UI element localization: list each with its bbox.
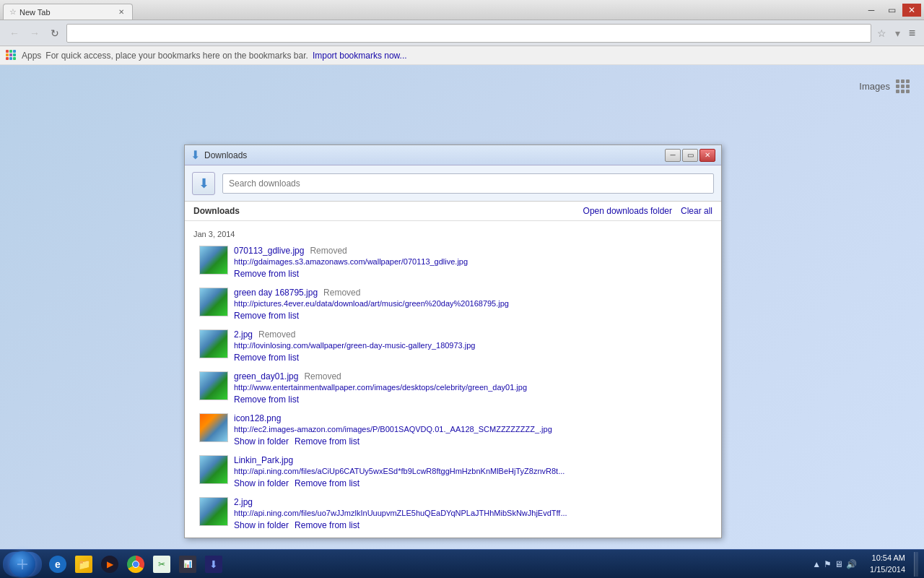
remove-from-list-link[interactable]: Remove from list — [234, 394, 299, 405]
taskbar-chrome[interactable] — [123, 552, 149, 577]
apps-dot — [6, 57, 9, 60]
grid-dot — [896, 79, 899, 83]
download-filename[interactable]: 2.jpg — [234, 329, 253, 340]
downloads-list-body[interactable]: Jan 3, 2014 070113_gdlive.jpg Removed ht… — [185, 221, 721, 538]
taskbar-right: ▲ ⚑ 🖥 🔊 10:54 AM 1/15/2014 — [808, 552, 921, 577]
download-info: green_day01.jpg Removed http://www.enter… — [234, 371, 712, 405]
remove-from-list-link[interactable]: Remove from list — [234, 269, 299, 279]
remove-from-list-link[interactable]: Remove from list — [234, 311, 299, 321]
download-filename[interactable]: green day 168795.jpg — [234, 288, 318, 298]
close-button[interactable]: ✕ — [902, 4, 921, 17]
download-name-row: green day 168795.jpg Removed — [234, 288, 712, 298]
navigation-bar: ← → ↻ ☆ ▾ ≡ — [0, 20, 924, 46]
dialog-title-bar: ⬇ Downloads ─ ▭ ✕ — [185, 145, 721, 165]
taskbar-media-player[interactable]: ▶ — [97, 552, 123, 577]
download-url[interactable]: http://gdaimages.s3.amazonaws.com/wallpa… — [234, 257, 638, 266]
grid-dot — [906, 79, 910, 83]
show-in-folder-link[interactable]: Show in folder — [234, 478, 289, 488]
remove-from-list-link[interactable]: Remove from list — [295, 478, 359, 488]
downloads-list-header: Downloads Open downloads folder Clear al… — [185, 202, 721, 221]
download-filename[interactable]: icon128.png — [234, 413, 281, 423]
taskbar-snipping-tool[interactable]: ✂ — [149, 552, 175, 577]
download-filename[interactable]: green_day01.jpg — [234, 371, 298, 381]
address-bar[interactable] — [66, 24, 871, 43]
clock-date: 1/15/2014 — [870, 564, 905, 575]
download-url[interactable]: http://www.entertainmentwallpaper.com/im… — [234, 383, 638, 392]
tray-flag-icon[interactable]: ⚑ — [824, 559, 832, 569]
system-clock[interactable]: 10:54 AM 1/15/2014 — [864, 553, 911, 575]
remove-from-list-link[interactable]: Remove from list — [234, 353, 299, 363]
tray-monitor-icon[interactable]: 🖥 — [834, 559, 843, 569]
system-tray: ▲ ⚑ 🖥 🔊 — [808, 552, 861, 577]
browser-tab[interactable]: ☆ New Tab ✕ — [3, 4, 133, 20]
download-filename[interactable]: 2.jpg — [234, 497, 253, 507]
snipping-icon: ✂ — [153, 556, 170, 573]
download-actions: Remove from list — [234, 269, 712, 279]
download-actions: Remove from list — [234, 353, 712, 363]
reload-button[interactable]: ↻ — [46, 25, 64, 42]
download-url[interactable]: http://api.ning.com/files/uo7wJJmzlkInUu… — [234, 509, 638, 517]
download-url[interactable]: http://lovinlosing.com/wallpaper/green-d… — [234, 341, 638, 350]
taskbar-explorer[interactable]: 📁 — [71, 552, 97, 577]
tray-arrow-icon[interactable]: ▲ — [812, 559, 821, 569]
download-thumbnail — [199, 497, 228, 526]
dialog-close-button[interactable]: ✕ — [699, 149, 715, 162]
remove-from-list-link[interactable]: Remove from list — [295, 436, 359, 447]
maximize-button[interactable]: ▭ — [882, 4, 901, 17]
start-button[interactable] — [3, 552, 42, 577]
download-info: 070113_gdlive.jpg Removed http://gdaimag… — [234, 246, 712, 279]
clear-all-link[interactable]: Clear all — [681, 206, 712, 216]
minimize-button[interactable]: ─ — [862, 4, 881, 17]
clock-time: 10:54 AM — [870, 553, 905, 564]
media-player-icon: ▶ — [101, 556, 118, 573]
download-thumbnail — [199, 371, 228, 400]
window-controls: ─ ▭ ✕ — [862, 4, 921, 17]
tray-sound-icon[interactable]: 🔊 — [846, 559, 857, 569]
download-actions: Show in folder Remove from list — [234, 520, 712, 530]
import-bookmarks-link[interactable]: Import bookmarks now... — [313, 51, 407, 61]
download-actions: Show in folder Remove from list — [234, 436, 712, 447]
download-item: 2.jpg http://api.ning.com/files/uo7wJJmz… — [193, 493, 712, 535]
taskbar: e 📁 ▶ ✂ 📊 — [0, 549, 924, 578]
download-info: green day 168795.jpg Removed http://pict… — [234, 288, 712, 321]
chrome-menu-icon[interactable]: ≡ — [906, 24, 918, 43]
download-thumbnail — [199, 455, 228, 484]
show-in-folder-link[interactable]: Show in folder — [234, 436, 289, 447]
download-thumbnail — [199, 288, 228, 316]
download-info: Linkin_Park.jpg http://api.ning.com/file… — [234, 455, 712, 488]
download-url[interactable]: http://ec2.images-amazon.com/images/P/B0… — [234, 425, 638, 434]
forward-button[interactable]: → — [26, 25, 43, 42]
show-desktop-button[interactable] — [914, 552, 918, 577]
remove-from-list-link[interactable]: Remove from list — [295, 520, 359, 530]
tab-close-button[interactable]: ✕ — [116, 7, 126, 17]
download-info: 2.jpg Removed http://lovinlosing.com/wal… — [234, 329, 712, 363]
open-downloads-folder-link[interactable]: Open downloads folder — [583, 206, 672, 216]
grid-view-icon[interactable] — [896, 79, 910, 93]
apps-dot — [6, 50, 9, 53]
download-thumbnail — [199, 413, 228, 442]
download-thumbnail — [199, 246, 228, 275]
taskbar-network[interactable]: 📊 — [175, 552, 201, 577]
downloads-header-title: Downloads — [193, 206, 240, 216]
download-name-row: icon128.png — [234, 413, 712, 423]
download-item: 070113_gdlive.jpg Removed http://gdaimag… — [193, 241, 712, 283]
download-url[interactable]: http://api.ning.com/files/aCiUp6CATUy5wx… — [234, 467, 638, 475]
download-button[interactable]: ⬇ — [192, 172, 215, 195]
dialog-maximize-button[interactable]: ▭ — [682, 149, 698, 162]
bookmark-star-icon[interactable]: ☆ — [874, 25, 889, 42]
taskbar-download-manager[interactable]: ⬇ — [201, 552, 227, 577]
taskbar-ie[interactable]: e — [45, 552, 71, 577]
apps-label[interactable]: Apps — [22, 51, 41, 61]
dialog-minimize-button[interactable]: ─ — [665, 149, 681, 162]
apps-dot — [13, 57, 16, 60]
download-name-row: Linkin_Park.jpg — [234, 455, 712, 465]
download-status: Removed — [258, 329, 295, 340]
download-filename[interactable]: 070113_gdlive.jpg — [234, 246, 304, 256]
download-url[interactable]: http://pictures.4ever.eu/data/download/a… — [234, 299, 638, 308]
show-in-folder-link[interactable]: Show in folder — [234, 520, 289, 530]
search-input[interactable] — [222, 173, 714, 194]
download-actions: Show in folder Remove from list — [234, 478, 712, 488]
back-button[interactable]: ← — [6, 25, 23, 42]
bookmark-list-icon[interactable]: ▾ — [892, 25, 903, 42]
download-filename[interactable]: Linkin_Park.jpg — [234, 455, 293, 465]
